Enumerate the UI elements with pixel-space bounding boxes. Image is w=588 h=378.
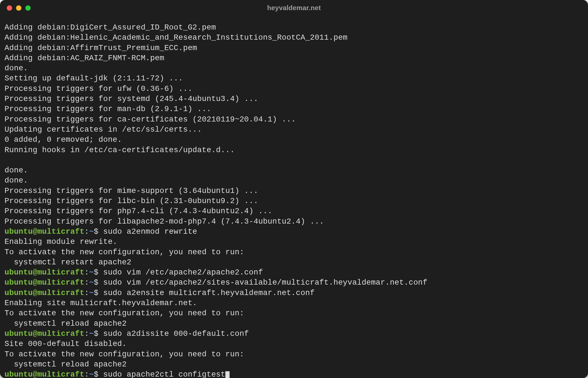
prompt-host: multicraft (37, 268, 84, 277)
prompt-colon: : (84, 278, 89, 287)
titlebar[interactable]: heyvaldemar.net (0, 0, 588, 16)
prompt-user: ubuntu (5, 289, 33, 297)
command-text: sudo a2ensite multicraft.heyvaldemar.net… (103, 289, 315, 297)
close-icon[interactable] (7, 5, 12, 11)
terminal-output-line: Processing triggers for ufw (0.36-6) ... (5, 84, 583, 94)
prompt-at: @ (33, 370, 37, 378)
prompt-user: ubuntu (5, 370, 33, 378)
prompt-symbol: $ (94, 370, 103, 378)
terminal-output-line: Processing triggers for ca-certificates … (5, 114, 583, 125)
prompt-at: @ (33, 329, 37, 338)
prompt-host: multicraft (37, 329, 84, 338)
prompt-user: ubuntu (5, 329, 33, 338)
prompt-symbol: $ (94, 329, 103, 338)
terminal-output-line: Running hooks in /etc/ca-certificates/up… (5, 145, 583, 155)
prompt-colon: : (84, 329, 89, 338)
prompt-user: ubuntu (5, 278, 33, 287)
prompt-path: ~ (89, 329, 94, 338)
terminal-output-line: Processing triggers for php7.4-cli (7.4.… (5, 206, 583, 216)
terminal-output-line: Processing triggers for systemd (245.4-4… (5, 94, 583, 104)
terminal-output-line: 0 added, 0 removed; done. (5, 135, 583, 145)
terminal-output-line: Adding debian:Hellenic_Academic_and_Rese… (5, 33, 583, 43)
window-controls (7, 5, 31, 11)
terminal-output-line: Adding debian:DigiCert_Assured_ID_Root_G… (5, 22, 583, 33)
prompt-symbol: $ (94, 278, 103, 287)
command-text: sudo vim /etc/apache2/apache2.conf (103, 268, 263, 277)
terminal-prompt-line: ubuntu@multicraft:~$ sudo a2dissite 000-… (5, 329, 583, 339)
prompt-symbol: $ (94, 227, 103, 236)
command-text: sudo vim /etc/apache2/sites-available/mu… (103, 278, 428, 287)
maximize-icon[interactable] (25, 5, 31, 11)
terminal-output-line: Updating certificates in /etc/ssl/certs.… (5, 125, 583, 135)
terminal-prompt-line: ubuntu@multicraft:~$ sudo apache2ctl con… (5, 370, 583, 378)
prompt-path: ~ (89, 268, 94, 277)
prompt-symbol: $ (94, 289, 103, 297)
prompt-path: ~ (89, 278, 94, 287)
prompt-path: ~ (89, 227, 94, 236)
terminal-prompt-line: ubuntu@multicraft:~$ sudo a2enmod rewrit… (5, 227, 583, 237)
prompt-at: @ (33, 227, 37, 236)
window-title: heyvaldemar.net (0, 4, 588, 12)
prompt-path: ~ (89, 370, 94, 378)
terminal-output-line: done. (5, 63, 583, 73)
terminal-window: heyvaldemar.net Adding debian:DigiCert_A… (0, 0, 588, 378)
terminal-output-line: Site 000-default disabled. (5, 339, 583, 349)
prompt-at: @ (33, 278, 37, 287)
prompt-user: ubuntu (5, 268, 33, 277)
terminal-output-line: To activate the new configuration, you n… (5, 247, 583, 257)
prompt-host: multicraft (37, 278, 84, 287)
command-text: sudo a2enmod rewrite (103, 227, 197, 236)
terminal-output-line: Processing triggers for man-db (2.9.1-1)… (5, 104, 583, 114)
terminal-output-line: Adding debian:AffirmTrust_Premium_ECC.pe… (5, 43, 583, 53)
terminal-output-line: systemctl restart apache2 (5, 257, 583, 267)
terminal-output-line: Processing triggers for libc-bin (2.31-0… (5, 196, 583, 206)
prompt-colon: : (84, 370, 89, 378)
terminal-output-line: systemctl reload apache2 (5, 319, 583, 329)
terminal-output-line: Processing triggers for libapache2-mod-p… (5, 217, 583, 227)
terminal-prompt-line: ubuntu@multicraft:~$ sudo vim /etc/apach… (5, 267, 583, 278)
prompt-path: ~ (89, 289, 94, 297)
prompt-host: multicraft (37, 370, 84, 378)
prompt-host: multicraft (37, 227, 84, 236)
command-text: sudo a2dissite 000-default.conf (103, 329, 249, 338)
terminal-prompt-line: ubuntu@multicraft:~$ sudo a2ensite multi… (5, 288, 583, 298)
prompt-symbol: $ (94, 268, 103, 277)
prompt-colon: : (84, 227, 89, 236)
prompt-host: multicraft (37, 289, 84, 297)
terminal-output-line: To activate the new configuration, you n… (5, 308, 583, 318)
terminal-output-line: Processing triggers for mime-support (3.… (5, 186, 583, 196)
terminal-output-line: Setting up default-jdk (2:1.11-72) ... (5, 73, 583, 84)
terminal-output-line: done. (5, 176, 583, 186)
terminal-output-line: Enabling module rewrite. (5, 237, 583, 247)
terminal-output-line: Enabling site multicraft.heyvaldemar.net… (5, 298, 583, 308)
command-text: sudo apache2ctl configtest (103, 370, 225, 378)
prompt-at: @ (33, 289, 37, 297)
cursor-icon (225, 371, 230, 378)
terminal-output-line: To activate the new configuration, you n… (5, 349, 583, 359)
prompt-user: ubuntu (5, 227, 33, 236)
terminal-output-line: systemctl reload apache2 (5, 359, 583, 370)
prompt-colon: : (84, 289, 89, 297)
prompt-at: @ (33, 268, 37, 277)
prompt-colon: : (84, 268, 89, 277)
terminal-output-line: done. (5, 165, 583, 176)
minimize-icon[interactable] (16, 5, 21, 11)
terminal-output-line (5, 155, 583, 165)
terminal-output-line: Adding debian:AC_RAIZ_FNMT-RCM.pem (5, 53, 583, 63)
terminal-prompt-line: ubuntu@multicraft:~$ sudo vim /etc/apach… (5, 278, 583, 288)
terminal-area[interactable]: Adding debian:DigiCert_Assured_ID_Root_G… (0, 16, 588, 378)
